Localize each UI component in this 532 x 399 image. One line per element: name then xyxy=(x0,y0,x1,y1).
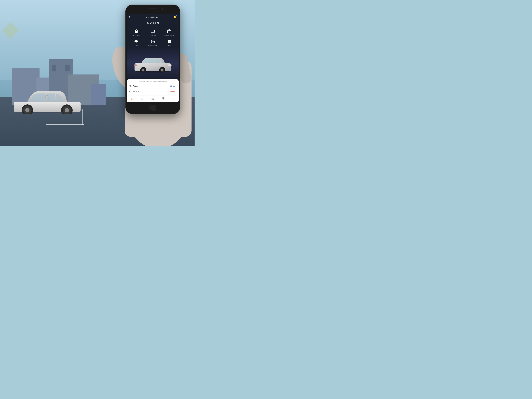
svg-point-40 xyxy=(142,69,144,71)
phone-shell: ≡ Mercedes me 🔔 A 200 d xyxy=(125,5,180,114)
range-chevron-icon: › xyxy=(176,85,177,87)
svg-rect-32 xyxy=(168,41,169,43)
svg-rect-30 xyxy=(168,40,169,41)
vehicle-lock-icon xyxy=(129,90,132,93)
sunroof-icon-wrap xyxy=(166,28,172,34)
svg-rect-24 xyxy=(138,41,138,42)
feature-menu-grid: Lock Status Windows xyxy=(127,27,179,47)
nav-help-button[interactable]: ? xyxy=(172,97,176,101)
svg-rect-33 xyxy=(169,41,171,43)
svg-rect-25 xyxy=(136,42,136,43)
shopping-bag-icon: ⛊ xyxy=(162,97,165,100)
background-car xyxy=(8,84,87,114)
more-icon-wrap xyxy=(166,38,172,44)
car-display-area xyxy=(127,47,179,79)
lock-status-label: Lock Status xyxy=(133,34,140,36)
svg-rect-18 xyxy=(167,30,171,33)
logo-mercedes-text: Mercedes xyxy=(146,16,156,18)
svg-point-43 xyxy=(161,69,163,71)
lock-status-icon-wrap xyxy=(134,28,139,34)
range-label: Range xyxy=(133,85,169,87)
parking-line xyxy=(46,124,84,125)
car-display-image xyxy=(132,54,174,72)
notification-button[interactable]: 🔔 xyxy=(173,15,177,18)
svg-point-29 xyxy=(152,41,153,41)
nav-home-button[interactable]: ⌂ xyxy=(130,97,134,101)
home-icon: ⌂ xyxy=(131,97,133,100)
lock-status-icon xyxy=(134,29,138,33)
phone-home-button[interactable] xyxy=(149,105,156,111)
svg-rect-35 xyxy=(134,63,171,71)
windows-label: Windows xyxy=(150,34,156,36)
svg-point-5 xyxy=(25,108,30,112)
windows-icon-wrap xyxy=(150,28,156,34)
help-icon: ? xyxy=(173,97,175,100)
svg-point-36 xyxy=(168,64,172,66)
svg-point-48 xyxy=(130,85,131,86)
notification-badge xyxy=(176,15,177,16)
phone-screen: ≡ Mercedes me 🔔 A 200 d xyxy=(127,14,179,102)
more-label: More xyxy=(167,44,171,46)
lock-icon xyxy=(129,90,132,92)
building xyxy=(91,84,106,105)
svg-rect-23 xyxy=(134,41,135,42)
app-header: ≡ Mercedes me 🔔 xyxy=(127,14,179,20)
svg-point-28 xyxy=(153,42,154,42)
engine-label: Engine xyxy=(134,44,139,46)
location-pin-icon xyxy=(129,85,132,87)
svg-rect-26 xyxy=(137,42,137,43)
vehicle-status-label: Vehicle Status xyxy=(148,44,157,46)
phone-speaker xyxy=(149,8,157,9)
range-value: 168 km xyxy=(169,85,175,87)
news-icon: ▤ xyxy=(151,97,154,100)
phone: ≡ Mercedes me 🔔 A 200 d xyxy=(125,5,180,114)
info-subtitle-text: Mileage 25 km | Last Update 23 Minutes A… xyxy=(129,81,177,82)
vehicle-lock-chevron-icon: › xyxy=(176,90,177,92)
hamburger-menu-button[interactable]: ≡ xyxy=(129,16,131,18)
bottom-navigation: ⌂ ◎ ▤ ⛊ ? xyxy=(127,95,179,102)
windows-icon xyxy=(151,30,155,33)
vehicle-unlocked-value: Unlocked xyxy=(168,90,175,92)
nav-location-button[interactable]: ◎ xyxy=(139,97,144,101)
info-card: Mileage 25 km | Last Update 23 Minutes A… xyxy=(127,79,179,95)
vehicle-title: A 200 d xyxy=(127,20,179,27)
svg-point-8 xyxy=(65,108,69,112)
svg-point-27 xyxy=(151,42,152,42)
nav-news-button[interactable]: ▤ xyxy=(150,97,155,101)
sunroof-label: Sliding Sunroof xyxy=(164,34,174,36)
geo-shape xyxy=(5,24,17,37)
menu-item-sunroof[interactable]: Sliding Sunroof xyxy=(161,27,177,37)
app-logo: Mercedes me xyxy=(146,16,158,18)
svg-rect-22 xyxy=(136,40,137,41)
svg-point-37 xyxy=(134,64,137,66)
svg-rect-16 xyxy=(135,31,138,33)
vehicle-lock-row[interactable]: Vehicle Unlocked › xyxy=(129,89,177,94)
vehicle-status-icon-wrap xyxy=(150,38,156,44)
vehicle-lock-label: Vehicle xyxy=(133,90,168,92)
svg-rect-31 xyxy=(169,40,171,41)
engine-icon-wrap xyxy=(134,38,139,44)
menu-item-engine[interactable]: Engine xyxy=(128,37,145,47)
menu-item-windows[interactable]: Windows xyxy=(145,27,161,37)
engine-icon xyxy=(134,39,139,43)
range-row[interactable]: Range 168 km › xyxy=(129,84,177,89)
nav-shop-button[interactable]: ⛊ xyxy=(161,97,166,101)
range-icon xyxy=(129,85,132,88)
svg-rect-21 xyxy=(135,40,138,42)
sunroof-icon xyxy=(167,29,171,33)
menu-item-lock-status[interactable]: Lock Status xyxy=(128,27,145,37)
map-pin-icon: ◎ xyxy=(141,97,143,100)
more-icon xyxy=(167,39,171,43)
menu-item-vehicle-status[interactable]: Vehicle Status xyxy=(145,37,161,47)
svg-rect-49 xyxy=(129,91,131,92)
vehicle-status-icon xyxy=(151,39,155,43)
menu-item-more[interactable]: More xyxy=(161,37,177,47)
logo-me-text: me xyxy=(156,16,158,18)
phone-camera xyxy=(162,8,163,10)
